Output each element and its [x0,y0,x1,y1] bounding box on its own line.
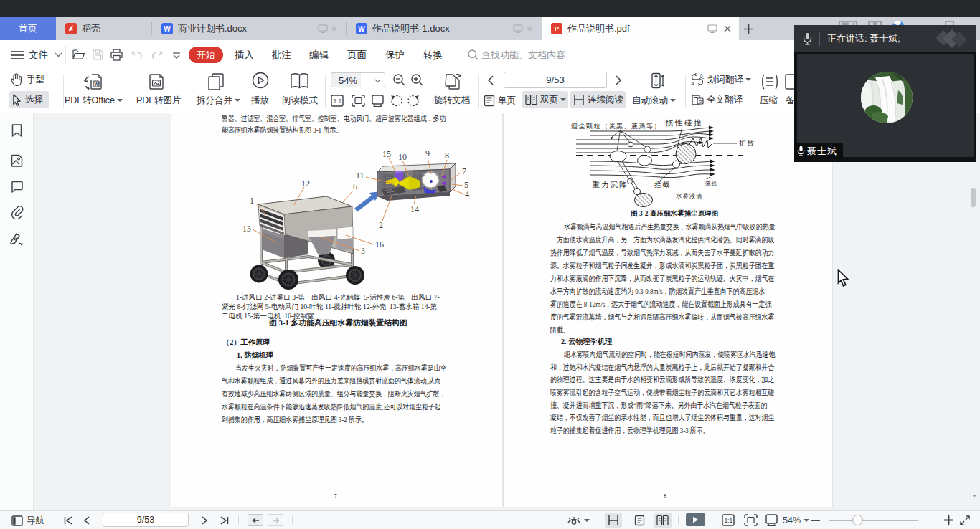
svg-text:流线: 流线 [705,181,717,187]
svg-text:13: 13 [242,224,251,234]
svg-text:7: 7 [462,166,466,176]
svg-text:1:1: 1:1 [724,517,732,524]
svg-text:文: 文 [699,99,704,104]
svg-text:8: 8 [445,151,449,161]
svg-text:重力沉降: 重力沉降 [592,181,628,189]
svg-text:1:1: 1:1 [333,97,341,105]
svg-text:6: 6 [353,181,357,191]
svg-text:A: A [691,80,694,87]
svg-text:11: 11 [356,171,364,181]
svg-text:16: 16 [375,239,384,249]
svg-text:1: 1 [250,196,254,206]
svg-text:W: W [94,82,99,87]
svg-text:10: 10 [398,152,407,162]
svg-text:2: 2 [379,220,383,230]
svg-text:水雾液滴: 水雾液滴 [676,192,703,199]
svg-text:15: 15 [382,149,391,159]
svg-text:扩散: 扩散 [739,139,755,147]
svg-text:9: 9 [425,148,430,158]
svg-text:拦截: 拦截 [654,181,671,189]
svg-text:14: 14 [410,204,419,214]
svg-text:文: 文 [699,73,705,80]
svg-text:5: 5 [464,180,468,190]
svg-text:3: 3 [361,246,365,256]
svg-text:4: 4 [465,189,469,199]
svg-text:12: 12 [301,178,310,189]
svg-text:烟尘颗粒（炭黑、液滴等）: 烟尘颗粒（炭黑、液滴等） [570,123,661,130]
svg-text:惯性碰撞: 惯性碰撞 [665,119,703,127]
